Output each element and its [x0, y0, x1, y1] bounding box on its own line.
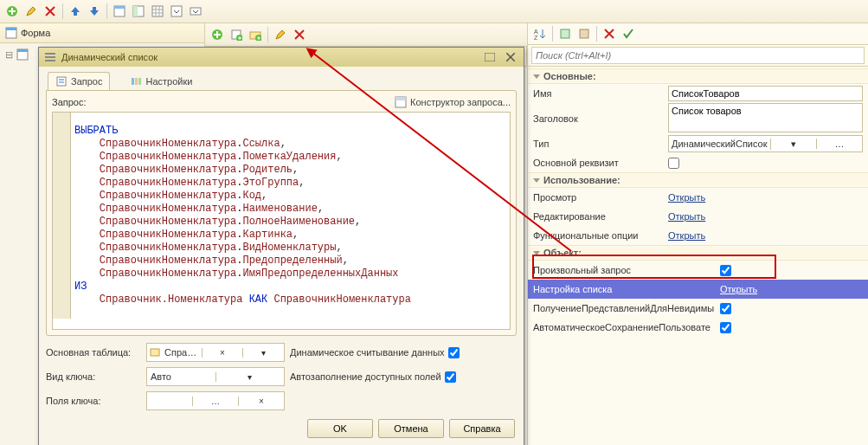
delete-req-icon[interactable]: [291, 26, 308, 43]
chevron-down-icon: ▾: [770, 139, 816, 150]
svg-rect-20: [580, 29, 588, 38]
form-icon: [5, 27, 17, 39]
svg-rect-25: [57, 77, 66, 86]
tree-expand-icon[interactable]: ⊟: [5, 49, 13, 61]
group-main[interactable]: Основные:: [528, 68, 868, 84]
svg-text:Z: Z: [534, 35, 538, 40]
type-label: Тип: [533, 139, 663, 149]
query-page: Запрос: Конструктор запроса... ВЫБРАТЬ С…: [46, 90, 517, 336]
dropdown2-icon[interactable]: [187, 3, 204, 20]
maximize-icon[interactable]: [482, 50, 498, 64]
funcopt-open-link[interactable]: Открыть: [668, 230, 705, 241]
help-button[interactable]: Справка: [449, 419, 515, 438]
ok-button[interactable]: OK: [307, 419, 373, 438]
svg-rect-24: [485, 53, 495, 61]
query-text-area[interactable]: ВЫБРАТЬ СправочникНоменклатура.Ссылка, С…: [52, 112, 511, 330]
title-input[interactable]: [668, 103, 863, 132]
autosave-label: АвтоматическоеСохранениеПользовате: [533, 322, 715, 332]
edit-req-icon[interactable]: [272, 26, 289, 43]
sort-az-icon[interactable]: AZ: [531, 25, 549, 42]
autofill-checkbox[interactable]: [445, 371, 456, 383]
svg-rect-2: [114, 6, 125, 9]
keyfields-label: Поля ключа:: [46, 396, 141, 406]
autosave-checkbox[interactable]: [720, 322, 731, 333]
edit-open-link[interactable]: Открыть: [668, 211, 705, 222]
list-icon: [44, 51, 56, 63]
filter2-icon[interactable]: [575, 25, 593, 42]
svg-rect-22: [45, 56, 55, 58]
add-group-icon[interactable]: [247, 26, 264, 43]
svg-rect-7: [190, 8, 201, 15]
form-panel-header: Форма: [0, 23, 204, 43]
edit-label: Редактирование: [533, 211, 663, 222]
keyfields-input[interactable]: … ×: [146, 391, 285, 410]
svg-rect-4: [133, 6, 138, 16]
add-col-icon[interactable]: [228, 26, 245, 43]
list-setup-row[interactable]: Настройка списка Открыть: [528, 280, 868, 299]
delete-red-icon[interactable]: [42, 3, 59, 20]
clear-btn[interactable]: ×: [202, 348, 243, 358]
svg-rect-5: [152, 6, 163, 16]
chevron-down-icon[interactable]: ▾: [242, 348, 284, 358]
add-green-icon[interactable]: [3, 3, 21, 20]
listsetup-label: Настройка списка: [533, 284, 715, 294]
mainreq-checkbox[interactable]: [668, 158, 679, 169]
getrepr-label: ПолучениеПредставленийДляНевидимы: [533, 303, 715, 313]
query-label: Запрос:: [52, 97, 87, 107]
chevron-down-icon[interactable]: ▾: [215, 372, 285, 382]
dynread-checkbox[interactable]: [448, 347, 460, 358]
cancel-button[interactable]: Отмена: [378, 419, 444, 438]
svg-rect-19: [561, 29, 569, 38]
view-label: Просмотр: [533, 192, 663, 203]
ellipsis-btn[interactable]: …: [192, 397, 238, 406]
svg-rect-28: [138, 78, 141, 85]
customq-checkbox[interactable]: [720, 265, 731, 276]
keykind-combo[interactable]: Авто ▾: [146, 367, 285, 386]
edit-pencil-icon[interactable]: [23, 3, 40, 20]
keykind-label: Вид ключа:: [46, 371, 141, 382]
svg-rect-27: [135, 78, 138, 85]
close-icon[interactable]: [503, 50, 518, 64]
query-constructor-link[interactable]: Конструктор запроса...: [395, 96, 511, 108]
svg-rect-11: [17, 49, 28, 52]
svg-rect-31: [151, 349, 159, 356]
svg-rect-30: [395, 97, 406, 100]
group-object[interactable]: Объект:: [528, 245, 868, 261]
tab-settings[interactable]: Настройки: [122, 72, 200, 90]
grid-icon[interactable]: [149, 3, 166, 20]
title-label: Заголовок: [533, 113, 663, 124]
name-input[interactable]: [668, 86, 863, 101]
view-open-link[interactable]: Открыть: [668, 192, 705, 203]
tab-query[interactable]: Запрос: [48, 72, 110, 90]
form-panel-title: Форма: [21, 28, 50, 38]
add-req-icon[interactable]: [209, 26, 226, 43]
dropdown-icon[interactable]: [168, 3, 185, 20]
query-icon: [55, 75, 68, 87]
svg-rect-9: [6, 28, 16, 30]
check-icon[interactable]: [620, 25, 637, 42]
getrepr-checkbox[interactable]: [720, 303, 731, 314]
arrow-up-icon[interactable]: [67, 3, 84, 20]
type-combo[interactable]: ДинамическийСписок▾…: [668, 135, 863, 152]
clear-btn[interactable]: ×: [238, 397, 284, 406]
autofill-label: Автозаполнение доступных полей: [290, 371, 441, 382]
main-toolbar: [0, 0, 868, 23]
layout-icon[interactable]: [130, 3, 147, 20]
name-label: Имя: [533, 88, 663, 99]
prop-toolbar: AZ: [528, 23, 868, 45]
svg-rect-21: [45, 53, 55, 55]
mainreq-label: Основной реквизит: [533, 158, 663, 168]
filter1-icon[interactable]: [556, 25, 574, 42]
form-icon[interactable]: [111, 3, 128, 20]
dialog-titlebar[interactable]: Динамический список: [39, 48, 524, 67]
main-table-combo[interactable]: Справочник.Номенк × ▾: [146, 343, 285, 362]
listsetup-open-link[interactable]: Открыть: [720, 284, 757, 294]
properties-panel: AZ Основные: Имя Заголовок Тип Динамичес: [528, 23, 868, 445]
prop-search-input[interactable]: [531, 47, 865, 64]
svg-rect-6: [171, 6, 182, 16]
group-usage[interactable]: Использование:: [528, 172, 868, 188]
arrow-down-icon[interactable]: [86, 3, 103, 20]
customq-label: Произвольный запрос: [533, 265, 715, 275]
svg-rect-26: [132, 78, 134, 85]
clear-icon[interactable]: [601, 25, 618, 42]
